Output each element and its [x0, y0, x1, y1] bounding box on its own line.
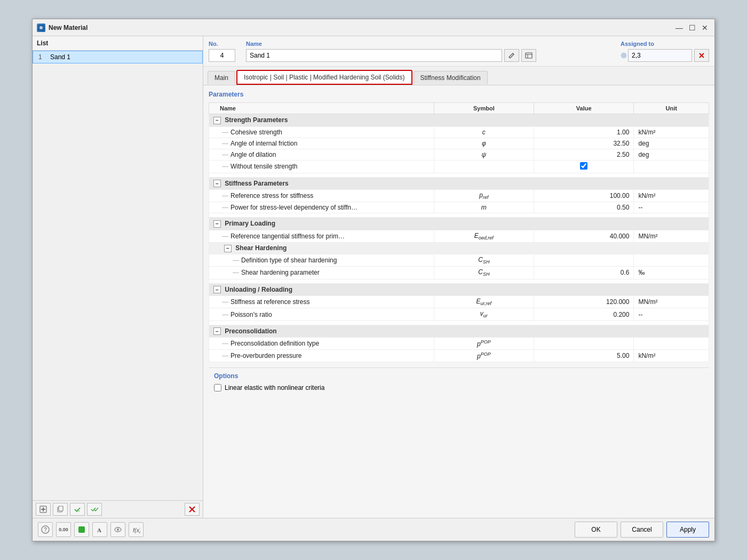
green-button[interactable]	[74, 522, 89, 537]
svg-point-1	[39, 26, 43, 29]
tensile-strength-checkbox[interactable]	[580, 162, 587, 170]
col-symbol: Symbol	[434, 103, 534, 114]
table-row: —Shear hardening parameter CSH 0.6 ‰	[209, 267, 709, 279]
bottom-toolbar: ? 0.00 A f(x) OK Cancel Apply	[33, 518, 714, 541]
apply-button[interactable]: Apply	[666, 522, 709, 538]
assigned-group: Assigned to	[621, 41, 709, 62]
group-strength: − Strength Parameters	[209, 114, 709, 127]
left-panel: List 1 Sand 1	[33, 36, 203, 518]
copy-material-button[interactable]	[53, 503, 68, 516]
options-section: Options Linear elastic with nonlinear cr…	[209, 367, 709, 396]
title-controls: — ☐ ✕	[674, 22, 710, 33]
collapse-preconsolidation[interactable]: −	[213, 327, 221, 335]
svg-rect-4	[59, 506, 63, 511]
tabs-row: Main Isotropic | Soil | Plastic | Modifi…	[203, 67, 714, 85]
close-button[interactable]: ✕	[700, 22, 710, 33]
svg-point-6	[621, 53, 626, 58]
col-value: Value	[534, 103, 634, 114]
edit-name-button[interactable]	[504, 49, 519, 62]
main-content: List 1 Sand 1	[33, 36, 714, 518]
library-button[interactable]	[521, 49, 536, 62]
value-button[interactable]: 0.00	[56, 522, 71, 537]
svg-rect-9	[78, 526, 85, 533]
parameters-table: Name Symbol Value Unit − Strength Parame…	[209, 102, 709, 362]
table-row: —Reference stress for stiffness pref 100…	[209, 190, 709, 202]
svg-rect-5	[526, 53, 532, 58]
spacer-row	[209, 279, 709, 283]
group-primary: − Primary Loading	[209, 218, 709, 230]
spacer-row	[209, 173, 709, 177]
assigned-input[interactable]	[628, 49, 692, 62]
table-row: —Definition type of shear hardening CSH	[209, 254, 709, 266]
check1-button[interactable]	[70, 503, 85, 516]
table-row: —Angle of internal friction φ 32.50 deg	[209, 138, 709, 149]
list-area: 1 Sand 1	[33, 51, 203, 500]
group-unloading-label: Unloading / Reloading	[225, 286, 292, 293]
svg-text:f(x): f(x)	[133, 527, 140, 533]
ok-button[interactable]: OK	[575, 522, 617, 538]
table-row: —Without tensile strength	[209, 160, 709, 173]
col-name: Name	[209, 103, 434, 114]
subgroup-shear-label: Shear Hardening	[235, 244, 287, 252]
group-preconsolidation: − Preconsolidation	[209, 325, 709, 338]
list-item-num: 1	[38, 53, 47, 61]
cancel-button[interactable]: Cancel	[621, 522, 663, 538]
group-strength-label: Strength Parameters	[225, 116, 288, 124]
params-area: Parameters Name Symbol Value Unit	[203, 85, 714, 518]
function-button[interactable]: f(x)	[129, 522, 144, 537]
window-title: New Material	[49, 24, 88, 31]
assigned-label: Assigned to	[621, 41, 709, 47]
table-row: —Poisson's ratio vur 0.200 --	[209, 308, 709, 321]
assigned-row	[621, 49, 709, 62]
table-row: —Stiffness at reference stress Eur,ref 1…	[209, 296, 709, 308]
right-panel: No. Name Assigne	[203, 36, 714, 518]
eye-button[interactable]	[110, 522, 125, 537]
collapse-stiffness[interactable]: −	[213, 180, 221, 187]
table-row: —Pre-overburden pressure pPOP 5.00 kN/m²	[209, 350, 709, 362]
list-item-name: Sand 1	[50, 53, 70, 61]
name-label: Name	[246, 41, 536, 47]
collapse-strength[interactable]: −	[213, 117, 221, 124]
table-row: —Cohesive strength c 1.00 kN/m²	[209, 126, 709, 138]
collapse-unloading[interactable]: −	[213, 286, 221, 293]
check2-button[interactable]	[87, 503, 102, 516]
group-preconsolidation-label: Preconsolidation	[225, 327, 276, 335]
name-group: Name	[246, 41, 536, 62]
table-row: —Angle of dilation ψ 2.50 deg	[209, 149, 709, 160]
name-row	[246, 49, 536, 62]
collapse-primary[interactable]: −	[213, 220, 221, 228]
text-button[interactable]: A	[92, 522, 107, 537]
linear-elastic-checkbox[interactable]	[214, 384, 221, 391]
col-unit: Unit	[634, 103, 709, 114]
list-toolbar	[33, 500, 203, 518]
no-label: No.	[209, 41, 235, 47]
no-group: No.	[209, 41, 235, 62]
group-unloading: − Unloading / Reloading	[209, 283, 709, 296]
maximize-button[interactable]: ☐	[687, 22, 697, 33]
no-input[interactable]	[209, 49, 235, 62]
name-input[interactable]	[246, 49, 502, 62]
options-row: Linear elastic with nonlinear criteria	[214, 384, 704, 391]
table-row: —Power for stress-level dependency of st…	[209, 202, 709, 213]
title-bar: New Material — ☐ ✕	[33, 19, 714, 36]
group-stiffness: − Stiffness Parameters	[209, 177, 709, 190]
info-row: No. Name Assigne	[203, 36, 714, 67]
collapse-shear[interactable]: −	[224, 245, 232, 252]
tab-main[interactable]: Main	[208, 71, 235, 84]
help-button[interactable]: ?	[38, 522, 53, 537]
minimize-button[interactable]: —	[674, 22, 685, 33]
clear-assigned-button[interactable]	[694, 49, 709, 62]
parameters-title: Parameters	[209, 91, 709, 98]
spacer-row	[209, 321, 709, 325]
spacer-row	[209, 213, 709, 218]
assigned-icon	[621, 52, 627, 59]
add-material-button[interactable]	[36, 503, 51, 516]
list-item[interactable]: 1 Sand 1	[33, 51, 203, 63]
table-row: —Reference tangential stiffness for prim…	[209, 230, 709, 242]
app-icon	[37, 23, 45, 32]
tab-isotropic[interactable]: Isotropic | Soil | Plastic | Modified Ha…	[236, 70, 412, 85]
title-bar-left: New Material	[37, 23, 88, 32]
tab-stiffness[interactable]: Stiffness Modification	[414, 71, 488, 84]
group-stiffness-label: Stiffness Parameters	[225, 180, 288, 187]
delete-material-button[interactable]	[185, 503, 200, 516]
